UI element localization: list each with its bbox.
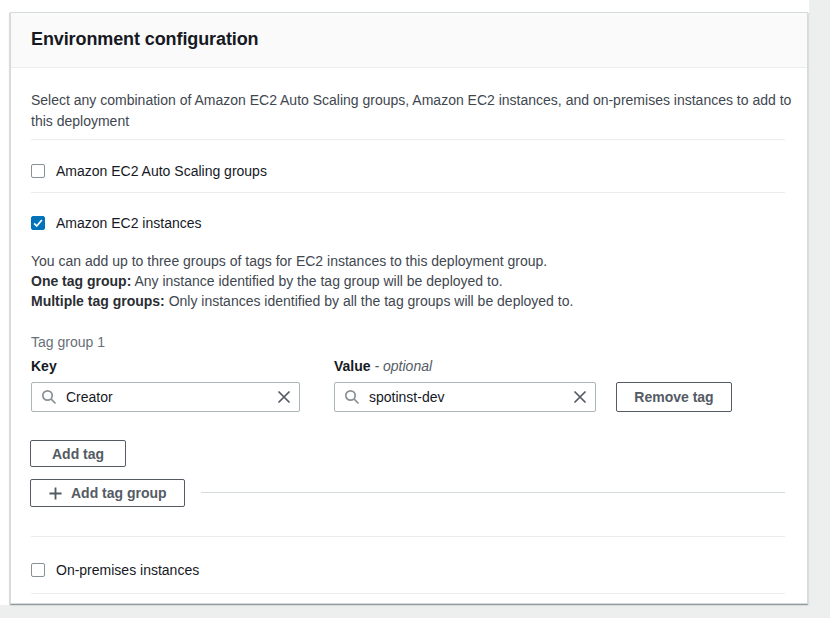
- value-field-label: Value - optional: [334, 358, 432, 374]
- check-icon: [32, 217, 44, 229]
- value-label-text: Value: [334, 358, 371, 374]
- tag-rule-multi-text: Only instances identified by all the tag…: [169, 293, 574, 309]
- checkbox-ec2-instances[interactable]: [31, 216, 45, 230]
- checkbox-ec2-instances-label[interactable]: Amazon EC2 instances: [56, 215, 202, 231]
- tag-rule-one-text: Any instance identified by the tag group…: [134, 273, 502, 289]
- value-optional-suffix: - optional: [374, 358, 432, 374]
- key-clear-button[interactable]: [275, 388, 293, 406]
- checkbox-row-on-premises[interactable]: On-premises instances: [31, 561, 199, 579]
- checkbox-on-premises-label[interactable]: On-premises instances: [56, 562, 199, 578]
- close-icon: [572, 389, 588, 405]
- tag-rule-one-label: One tag group:: [31, 273, 131, 289]
- add-tag-label: Add tag: [52, 446, 104, 462]
- tag-rules-text: You can add up to three groups of tags f…: [31, 251, 801, 311]
- tag-rules-intro: You can add up to three groups of tags f…: [31, 251, 801, 271]
- panel-description: Select any combination of Amazon EC2 Aut…: [31, 90, 801, 132]
- key-field-label: Key: [31, 358, 57, 374]
- divider: [31, 192, 785, 193]
- close-icon: [276, 389, 292, 405]
- value-input-wrap: [334, 382, 596, 412]
- tag-group-title: Tag group 1: [31, 334, 105, 350]
- key-input[interactable]: [31, 382, 300, 412]
- key-input-wrap: [31, 382, 300, 412]
- divider: [31, 593, 785, 594]
- checkbox-auto-scaling-groups-label[interactable]: Amazon EC2 Auto Scaling groups: [56, 163, 267, 179]
- checkbox-row-auto-scaling-groups[interactable]: Amazon EC2 Auto Scaling groups: [31, 162, 267, 180]
- checkbox-row-ec2-instances[interactable]: Amazon EC2 instances: [31, 214, 202, 232]
- add-tag-group-label: Add tag group: [71, 485, 167, 501]
- divider: [31, 139, 785, 140]
- remove-tag-button[interactable]: Remove tag: [616, 382, 732, 412]
- checkbox-auto-scaling-groups[interactable]: [31, 164, 45, 178]
- add-tag-button[interactable]: Add tag: [30, 440, 126, 467]
- remove-tag-label: Remove tag: [634, 389, 713, 405]
- tag-rule-multi-label: Multiple tag groups:: [31, 293, 165, 309]
- environment-configuration-panel: Environment configuration Select any com…: [10, 12, 808, 604]
- tag-rule-one: One tag group: Any instance identified b…: [31, 271, 801, 291]
- checkbox-on-premises[interactable]: [31, 563, 45, 577]
- tag-rule-multi: Multiple tag groups: Only instances iden…: [31, 291, 801, 311]
- horizontal-rule: [201, 492, 785, 493]
- value-clear-button[interactable]: [571, 388, 589, 406]
- plus-icon: [48, 486, 63, 501]
- value-input[interactable]: [334, 382, 596, 412]
- panel-title: Environment configuration: [31, 29, 787, 50]
- panel-header: Environment configuration: [11, 13, 807, 68]
- divider: [31, 536, 785, 537]
- add-tag-group-button[interactable]: Add tag group: [30, 479, 185, 507]
